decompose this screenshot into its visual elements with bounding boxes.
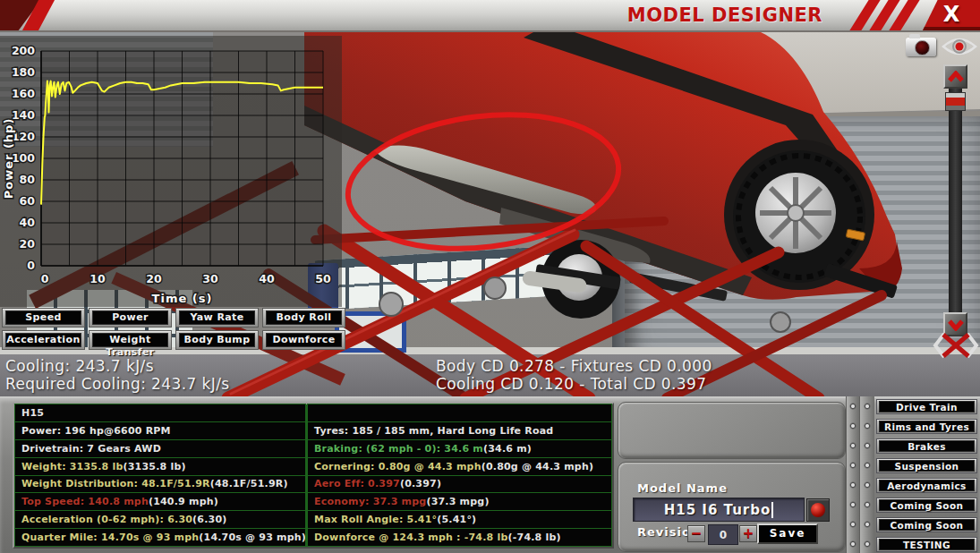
stat-text: (48.1F/51.9R)	[210, 478, 288, 489]
table-row: Weight: 3135.8 lb (3135.8 lb)	[14, 457, 306, 476]
save-button[interactable]: Save	[757, 523, 818, 544]
graph-button-body-roll[interactable]: Body Roll	[262, 308, 345, 328]
eye-icon[interactable]	[942, 36, 977, 57]
stat-text: Weight Distribution: 48.1F/51.9R	[21, 478, 210, 489]
svg-text:80: 80	[20, 173, 36, 186]
stat-text: (-74.8 lb)	[508, 532, 561, 543]
tab-label: TESTING	[879, 539, 975, 550]
stat-text: (0.397)	[400, 478, 441, 489]
close-button[interactable]: X	[923, 0, 980, 30]
stat-text: (3135.8 lb)	[124, 461, 186, 472]
drag-coefficient-readout: Body CD 0.278 - Fixtures CD 0.000 Coolin…	[436, 357, 712, 393]
svg-text:40: 40	[259, 272, 275, 285]
power-chart: 02040608010012014016018020001020304050Ti…	[0, 36, 342, 307]
graph-button-power[interactable]: Power	[89, 308, 172, 328]
table-row: Weight Distribution: 48.1F/51.9R (48.1F/…	[14, 475, 306, 494]
stat-text: Downforce @ 124.3 mph : -74.8 lb	[314, 532, 508, 543]
svg-text:0: 0	[41, 272, 49, 285]
table-row: H15	[14, 404, 306, 422]
table-row: Max Roll Angle: 5.41° (5.41°)	[307, 510, 612, 529]
graph-button-acceleration[interactable]: Acceleration	[2, 330, 85, 350]
graph-button-label: Power	[92, 311, 168, 325]
stat-text: H15	[21, 407, 44, 419]
svg-text:50: 50	[315, 272, 331, 285]
tab-testing[interactable]: TESTING	[876, 537, 977, 552]
table-row: Drivetrain: 7 Gears AWD	[14, 439, 306, 458]
svg-text:0: 0	[27, 259, 35, 272]
stat-text: Acceleration (0-62 mph): 6.30	[21, 514, 192, 525]
svg-text:160: 160	[12, 87, 35, 100]
tab-rims-and-tyres[interactable]: Rims and Tyres	[876, 419, 977, 434]
graph-button-body-bump[interactable]: Body Bump	[175, 330, 259, 350]
model-designer-window: MODEL DESIGNER X 02040608010012014016018…	[0, 0, 980, 553]
window-title: MODEL DESIGNER	[627, 4, 822, 26]
graph-button-yaw-rate[interactable]: Yaw Rate	[175, 308, 259, 328]
stat-text: Aero Eff: 0.397	[314, 478, 400, 489]
svg-text:20: 20	[146, 272, 162, 285]
rivet-strip	[859, 396, 874, 553]
name-reset-knob[interactable]	[806, 498, 830, 522]
camera-icon[interactable]	[906, 38, 936, 56]
body-cd-line: Body CD 0.278 - Fixtures CD 0.000	[436, 357, 712, 375]
graph-button-downforce[interactable]: Downforce	[262, 330, 345, 350]
svg-text:200: 200	[12, 44, 35, 57]
svg-text:180: 180	[12, 65, 35, 79]
tab-label: Suspension	[879, 460, 975, 472]
table-row: Acceleration (0-62 mph): 6.30 (6.30)	[14, 510, 306, 529]
svg-text:10: 10	[89, 272, 106, 285]
table-row: Tyres: 185 / 185 mm, Hard Long Life Road	[307, 421, 612, 440]
title-bar: MODEL DESIGNER X	[0, 0, 980, 32]
total-cd-line: Cooling CD 0.120 - Total CD 0.397	[436, 375, 712, 393]
stat-text: (0.80g @ 44.3 mph)	[481, 461, 593, 472]
stat-text: Max Roll Angle: 5.41°	[314, 514, 437, 525]
revision-value: 0	[708, 524, 738, 545]
tab-coming-soon[interactable]: Coming Soon	[876, 517, 977, 532]
tab-brakes[interactable]: Brakes	[876, 438, 977, 454]
camera-move-icon[interactable]	[932, 328, 980, 363]
table-row: Economy: 37.3 mpg (37.3 mpg)	[307, 492, 612, 511]
scrollbar-track[interactable]	[949, 89, 962, 316]
blank-plate	[618, 402, 846, 459]
design-tab-list: Drive TrainRims and TyresBrakesSuspensio…	[876, 399, 977, 553]
table-row: Quarter Mile: 14.70s @ 93 mph (14.70s @ …	[14, 528, 306, 547]
table-row: Aero Eff: 0.397 (0.397)	[307, 475, 612, 494]
stat-text: Weight: 3135.8 lb	[21, 461, 124, 472]
model-name-label: Model Name	[637, 481, 728, 495]
stat-text: (34.6 m)	[483, 443, 532, 455]
table-row: Downforce @ 124.3 mph : -74.8 lb (-74.8 …	[307, 528, 612, 547]
tab-label: Rims and Tyres	[879, 421, 975, 432]
cooling-line: Cooling: 243.7 kJ/s	[5, 357, 230, 375]
stats-column-right: Tyres: 185 / 185 mm, Hard Long Life Road…	[306, 404, 612, 547]
camera-icon-hump	[909, 34, 920, 38]
svg-text:60: 60	[20, 194, 36, 208]
required-cooling-line: Required Cooling: 243.7 kJ/s	[5, 375, 230, 393]
graph-button-label: Acceleration	[5, 333, 81, 347]
stat-text: (6.30)	[192, 514, 226, 525]
tab-label: Aerodynamics	[879, 480, 975, 491]
stats-column-left: H15Power: 196 hp@6600 RPMDrivetrain: 7 G…	[14, 404, 306, 547]
scrollbar-handle[interactable]	[945, 92, 966, 111]
stat-text: Power: 196 hp@6600 RPM	[21, 425, 171, 437]
title-stripes	[859, 0, 910, 30]
stat-text: (140.9 mph)	[149, 496, 218, 507]
graph-button-label: Speed	[5, 311, 81, 325]
stat-text: Drivetrain: 7 Gears AWD	[21, 443, 161, 455]
table-row: Cornering: 0.80g @ 44.3 mph (0.80g @ 44.…	[307, 457, 612, 476]
tab-aerodynamics[interactable]: Aerodynamics	[876, 478, 977, 493]
stat-text: Tyres: 185 / 185 mm, Hard Long Life Road	[314, 425, 553, 437]
stat-text: Economy: 37.3 mpg	[314, 496, 426, 507]
tab-drive-train[interactable]: Drive Train	[876, 399, 977, 414]
camera-icon-lens	[915, 40, 930, 55]
model-name-input[interactable]: H15 I6 Turbo	[633, 498, 805, 522]
table-row: Braking: (62 mph - 0): 34.6 m (34.6 m)	[307, 439, 612, 458]
chevron-up-icon[interactable]	[943, 64, 967, 89]
tab-coming-soon[interactable]: Coming Soon	[876, 498, 977, 513]
svg-text:30: 30	[202, 272, 218, 285]
graph-button-label: Downforce	[266, 333, 342, 347]
tab-suspension[interactable]: Suspension	[876, 458, 977, 473]
graph-button-speed[interactable]: Speed	[2, 308, 85, 328]
revision-increment-button[interactable]: +	[739, 525, 757, 542]
revision-decrement-button[interactable]: −	[687, 525, 705, 542]
stat-text: Quarter Mile: 14.70s @ 93 mph	[21, 532, 199, 543]
graph-button-weight-transfer[interactable]: Weight Transfer	[89, 330, 172, 350]
